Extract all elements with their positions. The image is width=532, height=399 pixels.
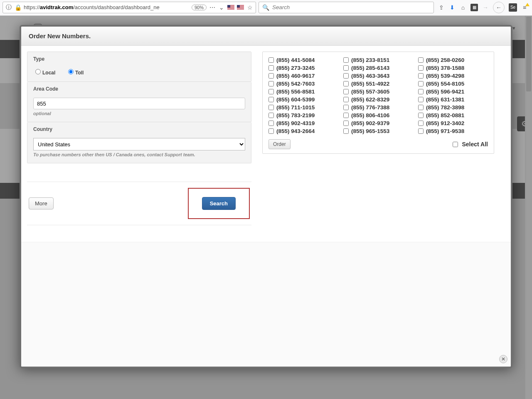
number-item[interactable]: (855) 604-5399 — [268, 96, 338, 103]
back-button[interactable]: ← — [493, 2, 505, 13]
home-icon[interactable]: ⌂ — [460, 4, 466, 11]
number-checkbox[interactable] — [268, 65, 274, 71]
number-checkbox[interactable] — [343, 81, 349, 86]
radio-toll[interactable]: Toll — [66, 70, 84, 76]
number-label: (855) 782-3898 — [426, 104, 464, 111]
number-item[interactable]: (855) 233-8151 — [343, 57, 413, 63]
number-checkbox[interactable] — [418, 121, 424, 126]
number-checkbox[interactable] — [418, 128, 424, 134]
number-item[interactable]: (855) 711-1015 — [268, 104, 338, 111]
number-checkbox[interactable] — [343, 73, 349, 79]
number-item[interactable]: (855) 551-4922 — [343, 81, 413, 87]
number-item[interactable]: (855) 556-8581 — [268, 89, 338, 95]
order-button[interactable]: Order — [268, 139, 291, 149]
number-item[interactable]: (855) 273-3245 — [268, 65, 338, 71]
zoom-badge[interactable]: 90% — [192, 5, 207, 10]
pocket-icon[interactable]: ⌄ — [218, 4, 225, 11]
number-checkbox[interactable] — [343, 89, 349, 94]
number-checkbox[interactable] — [268, 57, 274, 63]
number-checkbox[interactable] — [268, 128, 274, 134]
number-label: (855) 631-1381 — [426, 96, 464, 103]
info-icon[interactable]: ⓘ — [5, 4, 12, 11]
number-item[interactable]: (855) 631-1381 — [418, 96, 488, 103]
search-button[interactable]: Search — [202, 197, 236, 210]
number-checkbox[interactable] — [418, 57, 424, 63]
number-item[interactable]: (855) 554-8105 — [418, 81, 488, 87]
forward-icon[interactable]: → — [482, 4, 489, 11]
number-checkbox[interactable] — [268, 121, 274, 126]
number-checkbox[interactable] — [418, 73, 424, 79]
areacode-input[interactable] — [33, 98, 245, 109]
number-label: (855) 556-8581 — [276, 89, 315, 95]
more-button[interactable]: More — [29, 197, 54, 209]
number-item[interactable]: (855) 441-5084 — [268, 57, 338, 63]
number-item[interactable]: (855) 378-1588 — [418, 65, 488, 71]
areacode-label: Area Code — [27, 82, 251, 94]
number-label: (855) 542-7603 — [276, 81, 315, 87]
number-checkbox[interactable] — [418, 105, 424, 110]
number-checkbox[interactable] — [268, 105, 274, 110]
select-all-checkbox[interactable] — [453, 142, 458, 147]
downloads-icon[interactable]: ⬇ — [449, 4, 456, 11]
number-item[interactable]: (855) 258-0260 — [418, 57, 488, 63]
number-checkbox[interactable] — [343, 57, 349, 63]
number-checkbox[interactable] — [343, 121, 349, 126]
number-checkbox[interactable] — [268, 89, 274, 94]
number-item[interactable]: (855) 596-9421 — [418, 89, 488, 95]
number-item[interactable]: (855) 965-1553 — [343, 128, 413, 134]
number-label: (855) 902-4319 — [276, 120, 315, 126]
number-label: (855) 557-3605 — [351, 89, 389, 95]
number-label: (855) 463-3643 — [351, 73, 389, 79]
number-checkbox[interactable] — [343, 97, 349, 102]
number-checkbox[interactable] — [418, 81, 424, 86]
number-item[interactable]: (855) 539-4298 — [418, 73, 488, 79]
radio-toll-input[interactable] — [68, 69, 74, 74]
number-checkbox[interactable] — [418, 65, 424, 71]
number-item[interactable]: (855) 783-2199 — [268, 112, 338, 118]
number-item[interactable]: (855) 782-3898 — [418, 104, 488, 111]
number-checkbox[interactable] — [343, 105, 349, 110]
number-checkbox[interactable] — [343, 113, 349, 118]
number-item[interactable]: (855) 943-2664 — [268, 128, 338, 134]
modal-close-button[interactable]: ✕ — [499, 355, 507, 363]
radio-local[interactable]: Local — [33, 70, 55, 76]
number-item[interactable]: (855) 557-3605 — [343, 89, 413, 95]
number-item[interactable]: (855) 852-0881 — [418, 112, 488, 118]
number-checkbox[interactable] — [343, 128, 349, 134]
url-bar[interactable]: ⓘ 🔒 https://avidtrak.com/accounts/dashbo… — [2, 2, 256, 13]
app-grid-icon[interactable]: ▦ — [470, 4, 478, 11]
number-checkbox[interactable] — [268, 73, 274, 79]
browser-search-bar[interactable]: 🔍 — [259, 2, 434, 13]
hamburger-menu-icon[interactable]: ≡ — [521, 4, 528, 11]
number-item[interactable]: (855) 902-4319 — [268, 120, 338, 126]
library-icon[interactable]: ⇪ — [438, 4, 445, 11]
number-label: (855) 273-3245 — [276, 65, 315, 71]
number-item[interactable]: (855) 912-3402 — [418, 120, 488, 126]
number-item[interactable]: (855) 776-7388 — [343, 104, 413, 111]
number-item[interactable]: (855) 463-3643 — [343, 73, 413, 79]
number-item[interactable]: (855) 806-4106 — [343, 112, 413, 118]
number-checkbox[interactable] — [418, 97, 424, 102]
country-select[interactable]: United States — [33, 138, 245, 150]
number-checkbox[interactable] — [343, 65, 349, 71]
number-checkbox[interactable] — [268, 97, 274, 102]
number-checkbox[interactable] — [418, 89, 424, 94]
number-item[interactable]: (855) 902-9379 — [343, 120, 413, 126]
number-checkbox[interactable] — [268, 81, 274, 86]
more-dots-icon[interactable]: ⋯ — [209, 4, 216, 11]
number-label: (855) 441-5084 — [276, 57, 315, 63]
browser-search-input[interactable] — [271, 4, 430, 11]
number-item[interactable]: (855) 285-6143 — [343, 65, 413, 71]
radio-local-input[interactable] — [35, 69, 41, 74]
number-item[interactable]: (855) 460-9617 — [268, 73, 338, 79]
toolbar-right: ⇪ ⬇ ⌂ ▦ → ← Se ≡ — [436, 2, 530, 13]
number-item[interactable]: (855) 622-8329 — [343, 96, 413, 103]
selenium-icon[interactable]: Se — [509, 3, 517, 12]
number-item[interactable]: (855) 542-7603 — [268, 81, 338, 87]
bookmark-star-icon[interactable]: ☆ — [246, 4, 253, 11]
country-hint: To purchase numbers other then US / Cana… — [33, 152, 245, 157]
number-item[interactable]: (855) 971-9538 — [418, 128, 488, 134]
number-checkbox[interactable] — [418, 113, 424, 118]
number-checkbox[interactable] — [268, 113, 274, 118]
select-all[interactable]: Select All — [451, 140, 488, 148]
